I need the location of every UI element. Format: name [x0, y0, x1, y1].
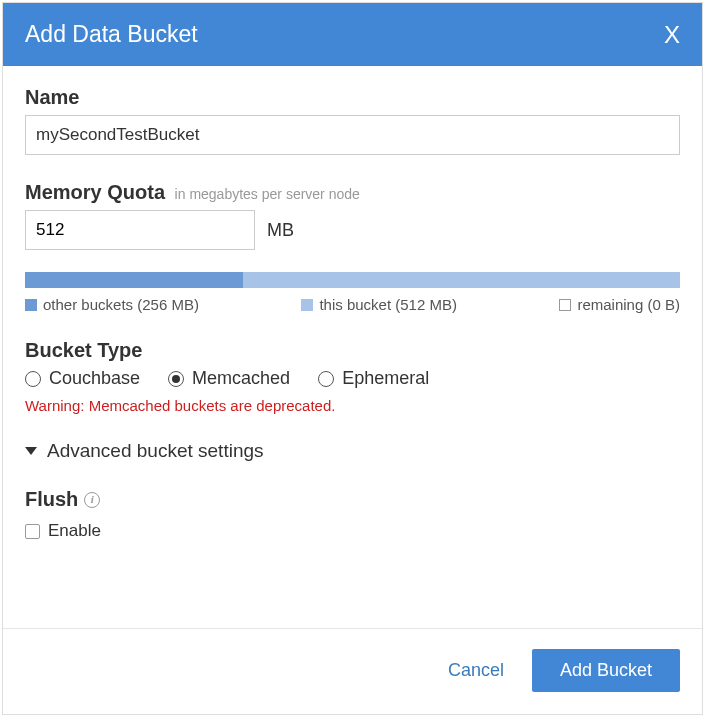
- swatch-icon: [301, 299, 313, 311]
- legend-remaining-text: remaining (0 B): [577, 296, 680, 313]
- swatch-icon: [25, 299, 37, 311]
- dialog-footer: Cancel Add Bucket: [3, 628, 702, 714]
- memory-unit: MB: [267, 220, 294, 241]
- name-section: Name: [25, 86, 680, 155]
- memory-quota-label: Memory Quota in megabytes per server nod…: [25, 181, 680, 204]
- dialog-body: Name Memory Quota in megabytes per serve…: [3, 66, 702, 628]
- legend-remaining: remaining (0 B): [559, 296, 680, 313]
- radio-couchbase[interactable]: Couchbase: [25, 368, 140, 389]
- memory-quota-section: Memory Quota in megabytes per server nod…: [25, 181, 680, 313]
- quota-bar: [25, 272, 680, 288]
- info-icon[interactable]: i: [84, 492, 100, 508]
- radio-icon: [25, 371, 41, 387]
- memory-quota-input[interactable]: [25, 210, 255, 250]
- add-bucket-button[interactable]: Add Bucket: [532, 649, 680, 692]
- flush-enable-label: Enable: [48, 521, 101, 541]
- chevron-down-icon: [25, 447, 37, 455]
- radio-icon: [168, 371, 184, 387]
- radio-ephemeral-label: Ephemeral: [342, 368, 429, 389]
- dialog-title: Add Data Bucket: [25, 21, 198, 48]
- legend-other: other buckets (256 MB): [25, 296, 199, 313]
- radio-memcached[interactable]: Memcached: [168, 368, 290, 389]
- bucket-type-section: Bucket Type Couchbase Memcached Ephemera…: [25, 339, 680, 414]
- quota-legend: other buckets (256 MB) this bucket (512 …: [25, 296, 680, 313]
- quota-input-row: MB: [25, 210, 680, 250]
- flush-label: Flush: [25, 488, 78, 511]
- quota-bar-this: [243, 272, 680, 288]
- bucket-type-options: Couchbase Memcached Ephemeral: [25, 368, 680, 389]
- add-bucket-dialog: Add Data Bucket X Name Memory Quota in m…: [2, 2, 703, 715]
- close-icon[interactable]: X: [664, 23, 680, 47]
- legend-other-text: other buckets (256 MB): [43, 296, 199, 313]
- dialog-header: Add Data Bucket X: [3, 3, 702, 66]
- advanced-settings-toggle[interactable]: Advanced bucket settings: [25, 440, 680, 462]
- quota-bar-other: [25, 272, 243, 288]
- bucket-type-label: Bucket Type: [25, 339, 680, 362]
- memory-quota-hint: in megabytes per server node: [175, 186, 360, 202]
- advanced-settings-label: Advanced bucket settings: [47, 440, 264, 462]
- swatch-icon: [559, 299, 571, 311]
- flush-enable-checkbox[interactable]: [25, 524, 40, 539]
- radio-ephemeral[interactable]: Ephemeral: [318, 368, 429, 389]
- name-input[interactable]: [25, 115, 680, 155]
- flush-label-row: Flush i: [25, 488, 680, 511]
- memory-quota-label-text: Memory Quota: [25, 181, 165, 203]
- cancel-button[interactable]: Cancel: [448, 660, 504, 681]
- bucket-type-warning: Warning: Memcached buckets are deprecate…: [25, 397, 680, 414]
- radio-icon: [318, 371, 334, 387]
- flush-enable-row[interactable]: Enable: [25, 521, 680, 541]
- legend-this-text: this bucket (512 MB): [319, 296, 457, 313]
- radio-memcached-label: Memcached: [192, 368, 290, 389]
- flush-section: Flush i Enable: [25, 488, 680, 541]
- radio-couchbase-label: Couchbase: [49, 368, 140, 389]
- name-label: Name: [25, 86, 680, 109]
- legend-this: this bucket (512 MB): [301, 296, 457, 313]
